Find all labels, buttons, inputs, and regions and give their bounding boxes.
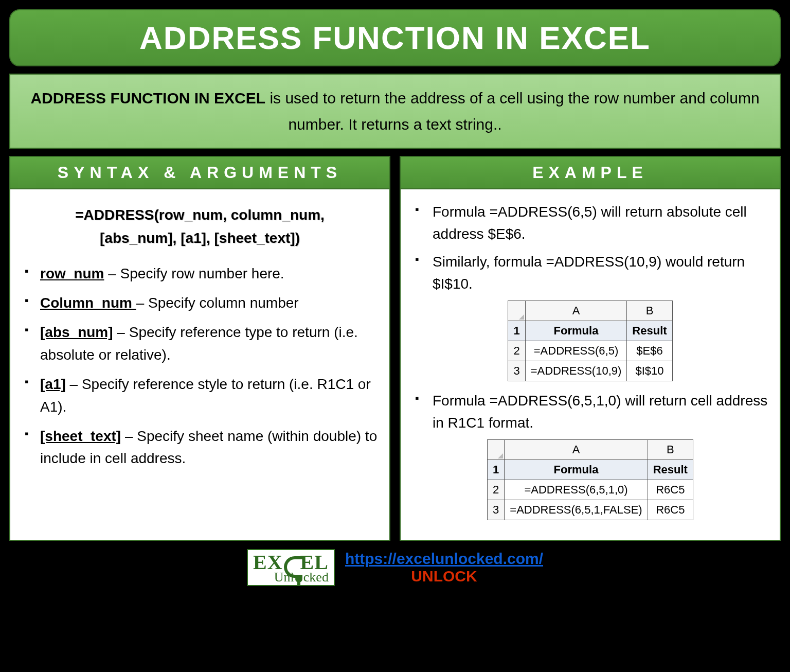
example-column: EXAMPLE Formula =ADDRESS(6,5) will retur… [400, 156, 781, 541]
description-box: ADDRESS FUNCTION IN EXCEL is used to ret… [9, 74, 781, 149]
logo-bottom: Unlcked [253, 571, 329, 584]
columns: SYNTAX & ARGUMENTS =ADDRESS(row_num, col… [9, 156, 781, 541]
arg-name: [a1] [40, 376, 66, 392]
example-table-2: A B 1 Formula Result 2 =ADDRESS(6,5,1,0)… [487, 439, 693, 520]
example-header: EXAMPLE [400, 156, 781, 189]
cell: Formula [505, 459, 648, 480]
logo: EXEL Unlcked [247, 549, 335, 586]
footer-text: https://excelunlocked.com/ UNLOCK [345, 550, 543, 585]
arg-sheet-text: [sheet_text] – Specify sheet name (withi… [25, 425, 379, 470]
example-bullet-2: Similarly, formula =ADDRESS(10,9) would … [415, 251, 769, 295]
arg-desc: – Specify row number here. [104, 266, 284, 281]
arg-name: [abs_num] [40, 324, 113, 340]
rownum: 1 [508, 321, 525, 341]
cell: $I$10 [627, 361, 672, 381]
col-b: B [627, 300, 672, 321]
example-list-2: Formula =ADDRESS(6,5,1,0) will return ce… [411, 390, 769, 434]
cell: Formula [525, 321, 627, 341]
cell-corner [508, 300, 525, 321]
example-body: Formula =ADDRESS(6,5) will return absolu… [400, 189, 781, 541]
logo-text: Unl [274, 570, 294, 585]
arg-a1: [a1] – Specify reference style to return… [25, 373, 379, 418]
example-bullet-3: Formula =ADDRESS(6,5,1,0) will return ce… [415, 390, 769, 434]
keyhole-icon [295, 575, 302, 582]
cell-corner [488, 439, 505, 459]
col-a: A [525, 300, 627, 321]
arg-name: [sheet_text] [40, 428, 121, 444]
arg-name: Column_num [40, 295, 136, 311]
cell: =ADDRESS(6,5,1,FALSE) [505, 500, 648, 520]
cell: Result [627, 321, 672, 341]
cell: =ADDRESS(6,5,1,0) [505, 480, 648, 500]
page-title: ADDRESS FUNCTION IN EXCEL [26, 20, 764, 56]
cell: =ADDRESS(10,9) [525, 361, 627, 381]
example-list: Formula =ADDRESS(6,5) will return absolu… [411, 201, 769, 295]
footer-link[interactable]: https://excelunlocked.com/ [345, 550, 543, 567]
rownum: 3 [488, 500, 505, 520]
cell: R6C5 [648, 500, 693, 520]
syntax-header: SYNTAX & ARGUMENTS [9, 156, 390, 189]
arg-abs-num: [abs_num] – Specify reference type to re… [25, 321, 379, 366]
title-bar: ADDRESS FUNCTION IN EXCEL [9, 9, 781, 66]
syntax-formula: =ADDRESS(row_num, column_num, [abs_num],… [36, 204, 364, 250]
cell: Result [648, 459, 693, 480]
footer-unlock: UNLOCK [345, 568, 543, 585]
footer: EXEL Unlcked https://excelunlocked.com/ … [9, 549, 781, 586]
col-a: A [505, 439, 648, 459]
arg-name: row_num [40, 266, 104, 281]
description-strong: ADDRESS FUNCTION IN EXCEL [30, 90, 265, 107]
argument-list: row_num – Specify row number here. Colum… [21, 262, 379, 470]
syntax-body: =ADDRESS(row_num, column_num, [abs_num],… [9, 189, 390, 541]
arg-row-num: row_num – Specify row number here. [25, 262, 379, 285]
cell: =ADDRESS(6,5) [525, 341, 627, 361]
rownum: 2 [488, 480, 505, 500]
example-table-1: A B 1 Formula Result 2 =ADDRESS(6,5) $E$… [508, 300, 672, 381]
description-text: is used to return the address of a cell … [265, 90, 760, 133]
logo-text: cked [303, 570, 329, 585]
syntax-column: SYNTAX & ARGUMENTS =ADDRESS(row_num, col… [9, 156, 390, 541]
example-bullet-1: Formula =ADDRESS(6,5) will return absolu… [415, 201, 769, 245]
col-b: B [648, 439, 693, 459]
arg-desc: – Specify reference style to return (i.e… [40, 376, 371, 414]
cell: $E$6 [627, 341, 672, 361]
cell: R6C5 [648, 480, 693, 500]
rownum: 3 [508, 361, 525, 381]
arg-column-num: Column_num – Specify column number [25, 292, 379, 314]
arg-desc: – Specify column number [136, 295, 299, 311]
rownum: 2 [508, 341, 525, 361]
rownum: 1 [488, 459, 505, 480]
